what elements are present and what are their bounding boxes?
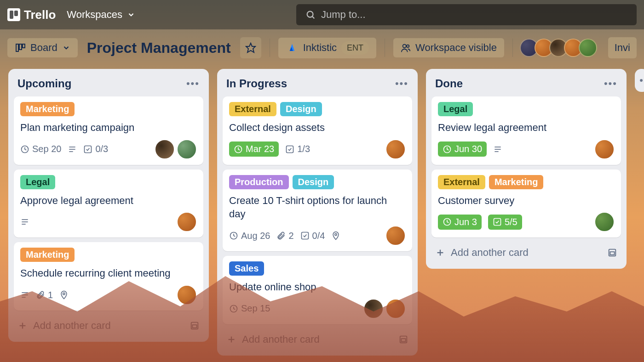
card[interactable]: ProductionDesign Create 10 T-shirt optio… <box>223 170 412 251</box>
add-card-button[interactable]: Add another card <box>431 242 621 263</box>
list-menu-button[interactable]: • <box>637 74 644 86</box>
card-footer: Mar 231/3 <box>229 139 406 159</box>
org-pill[interactable]: Inktistic ENT <box>278 38 376 58</box>
star-icon <box>245 42 256 53</box>
svg-point-7 <box>407 45 409 48</box>
brand-logo[interactable]: Trello <box>7 8 56 22</box>
board-icon <box>15 42 26 53</box>
visibility-button[interactable]: Workspace visible <box>393 38 504 57</box>
org-badge: ENT <box>341 41 369 55</box>
svg-rect-4 <box>23 44 25 48</box>
svg-point-19 <box>63 293 65 294</box>
svg-rect-43 <box>610 252 614 255</box>
list-title[interactable]: In Progress <box>226 77 287 90</box>
avatar[interactable] <box>579 39 597 57</box>
brand-name: Trello <box>24 8 56 22</box>
org-name: Inktistic <box>303 42 337 54</box>
workspaces-label: Workspaces <box>67 9 122 21</box>
card-title: Collect design assets <box>229 121 406 135</box>
workspaces-dropdown[interactable]: Workspaces <box>67 9 135 21</box>
people-icon <box>401 43 411 53</box>
card[interactable]: Marketing Plan marketing campaign Sep 20… <box>14 96 203 165</box>
due-date-badge[interactable]: Aug 26 <box>229 231 270 241</box>
top-nav: Trello Workspaces Jump to... <box>0 0 644 29</box>
card-label[interactable]: Legal <box>438 102 473 116</box>
card-member-avatar[interactable] <box>155 139 175 159</box>
svg-point-28 <box>335 233 337 235</box>
chevron-down-icon <box>62 44 70 52</box>
card-members <box>155 139 197 159</box>
checklist-badge: 0/4 <box>300 231 325 241</box>
card-label[interactable]: Production <box>229 175 289 189</box>
board-members[interactable] <box>523 39 597 57</box>
svg-point-0 <box>307 11 313 17</box>
card-member-avatar[interactable] <box>594 139 615 159</box>
card[interactable]: ExternalDesign Collect design assets Mar… <box>223 96 412 165</box>
card-member-avatar[interactable] <box>385 226 406 246</box>
board-title[interactable]: Project Management <box>87 40 231 57</box>
svg-rect-39 <box>494 219 500 226</box>
card-footer: Jun 30 <box>438 139 615 159</box>
chevron-down-icon <box>127 11 135 19</box>
card-label[interactable]: Design <box>293 175 334 189</box>
svg-point-6 <box>403 45 406 48</box>
svg-rect-3 <box>19 44 22 50</box>
list-menu-button[interactable]: ••• <box>395 78 408 90</box>
card-label[interactable]: Legal <box>20 175 55 189</box>
card-member-avatar[interactable] <box>385 139 406 159</box>
due-date-badge[interactable]: Mar 23 <box>229 141 279 157</box>
list-header: Upcoming ••• <box>14 74 203 92</box>
invite-button[interactable]: Invi <box>608 37 637 58</box>
description-icon <box>20 217 29 226</box>
card-member-avatar[interactable] <box>177 139 197 159</box>
trello-icon <box>7 8 20 21</box>
svg-rect-25 <box>287 146 293 153</box>
card-labels: ExternalMarketing <box>438 175 615 189</box>
card-title: Review legal agreement <box>438 121 615 135</box>
search-input[interactable]: Jump to... <box>296 4 637 25</box>
card-label[interactable]: Marketing <box>20 102 75 116</box>
card-footer: Jun 35/5 <box>438 212 615 232</box>
card-members <box>177 212 197 232</box>
card-label[interactable]: Design <box>280 102 322 116</box>
star-board-button[interactable] <box>240 37 261 58</box>
card[interactable]: ExternalMarketing Customer survey Jun 35… <box>431 170 621 238</box>
divider <box>270 39 270 57</box>
card[interactable]: Legal Approve legal agreement <box>14 170 203 238</box>
search-icon <box>305 10 316 20</box>
svg-rect-27 <box>301 232 308 239</box>
list-title[interactable]: Upcoming <box>17 77 71 90</box>
list-header: In Progress ••• <box>223 74 412 92</box>
card-footer: Aug 2620/4 <box>229 226 406 246</box>
list-menu-button[interactable]: ••• <box>604 78 617 90</box>
card-title: Approve legal agreement <box>20 194 197 208</box>
board-view-switcher[interactable]: Board <box>7 38 78 57</box>
list-menu-button[interactable]: ••• <box>186 78 200 90</box>
card[interactable]: Legal Review legal agreement Jun 30 <box>431 96 621 165</box>
svg-rect-12 <box>85 146 92 153</box>
view-label: Board <box>30 42 58 54</box>
description-icon <box>68 145 77 154</box>
card-label[interactable]: Sales <box>229 261 264 276</box>
card-label[interactable]: External <box>229 102 276 116</box>
due-date-badge[interactable]: Jun 30 <box>438 141 487 157</box>
list-title[interactable]: Done <box>435 77 463 90</box>
svg-marker-5 <box>246 43 255 52</box>
card-labels: ProductionDesign <box>229 175 406 189</box>
due-date-badge[interactable]: Sep 20 <box>20 144 61 154</box>
checklist-badge: 0/3 <box>83 144 108 154</box>
card-label[interactable]: External <box>438 175 485 189</box>
checklist-badge: 5/5 <box>488 215 522 230</box>
description-icon <box>493 145 502 154</box>
due-date-badge[interactable]: Jun 3 <box>438 215 482 230</box>
card-member-avatar[interactable] <box>177 212 197 232</box>
search-placeholder: Jump to... <box>321 9 366 21</box>
divider <box>512 39 513 57</box>
card-title: Create 10 T-shirt options for launch day <box>229 194 406 221</box>
card-member-avatar[interactable] <box>594 212 615 232</box>
visibility-label: Workspace visible <box>415 42 497 54</box>
card-template-button[interactable] <box>607 248 617 258</box>
card-label[interactable]: Marketing <box>20 248 75 262</box>
card-footer <box>20 212 197 232</box>
card-label[interactable]: Marketing <box>489 175 543 189</box>
